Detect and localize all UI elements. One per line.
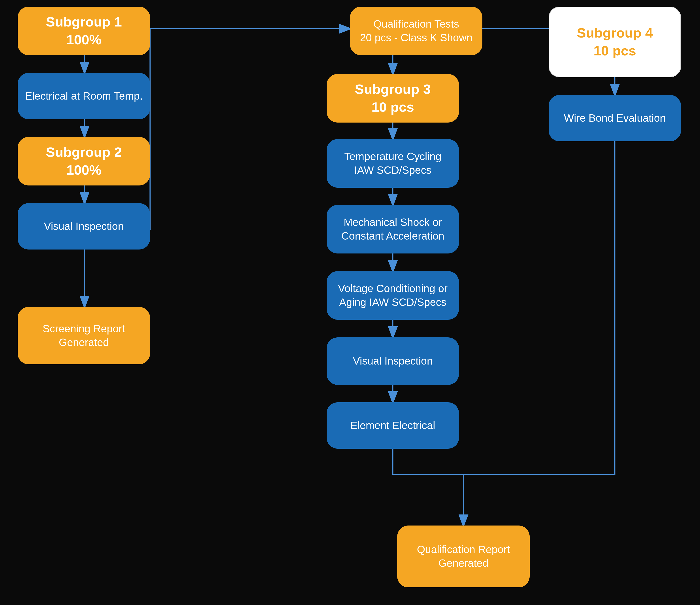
mechanical-shock-line1: Mechanical Shock or [342,216,445,229]
qualification-report-line1: Qualification Report [417,543,510,556]
voltage-conditioning-node: Voltage Conditioning or Aging IAW SCD/Sp… [327,271,459,320]
wire-bond-node: Wire Bond Evaluation [549,95,681,141]
screening-report-line2: Generated [43,336,125,349]
electrical-room-temp-node: Electrical at Room Temp. [18,73,150,119]
element-electrical-node: Element Electrical [327,402,459,449]
screening-report-line1: Screening Report [43,322,125,336]
mechanical-shock-node: Mechanical Shock or Constant Acceleratio… [327,205,459,253]
subgroup4-line1: Subgroup 4 [577,24,653,42]
subgroup3-line1: Subgroup 3 [355,80,431,98]
temp-cycling-node: Temperature Cycling IAW SCD/Specs [327,139,459,188]
element-electrical-label: Element Electrical [350,419,435,432]
qualification-tests-line2: 20 pcs - Class K Shown [360,31,473,45]
electrical-room-temp-label: Electrical at Room Temp. [25,89,143,103]
subgroup4-line2: 10 pcs [577,42,653,60]
subgroup3-node: Subgroup 3 10 pcs [327,74,459,123]
voltage-conditioning-line1: Voltage Conditioning or [338,282,448,295]
visual-inspection-mid-label: Visual Inspection [353,354,433,368]
subgroup1-node: Subgroup 1 100% [18,7,150,55]
subgroup3-line2: 10 pcs [355,98,431,116]
qualification-tests-line1: Qualification Tests [360,17,473,31]
qualification-report-node: Qualification Report Generated [397,526,530,587]
subgroup2-node: Subgroup 2 100% [18,137,150,186]
subgroup2-line2: 100% [46,161,122,179]
qualification-tests-node: Qualification Tests 20 pcs - Class K Sho… [350,7,482,55]
qualification-report-line2: Generated [417,556,510,570]
subgroup1-line1: Subgroup 1 [46,13,122,31]
visual-inspection-left-label: Visual Inspection [44,219,124,233]
subgroup4-node: Subgroup 4 10 pcs [549,7,681,77]
wire-bond-label: Wire Bond Evaluation [564,111,666,125]
mechanical-shock-line2: Constant Acceleration [342,229,445,243]
temp-cycling-line2: IAW SCD/Specs [344,163,441,177]
screening-report-node: Screening Report Generated [18,307,150,364]
voltage-conditioning-line2: Aging IAW SCD/Specs [338,295,448,309]
visual-inspection-mid-node: Visual Inspection [327,337,459,385]
visual-inspection-left-node: Visual Inspection [18,203,150,249]
temp-cycling-line1: Temperature Cycling [344,150,441,163]
subgroup2-line1: Subgroup 2 [46,143,122,161]
subgroup1-line2: 100% [46,31,122,49]
